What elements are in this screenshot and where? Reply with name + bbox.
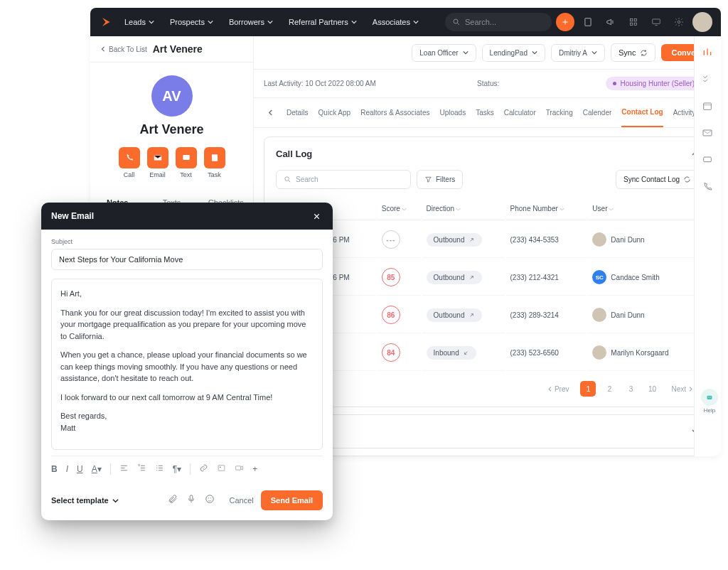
rail-chat-icon[interactable] [702, 154, 714, 167]
cancel-button[interactable]: Cancel [229, 496, 253, 505]
tab-quickapp[interactable]: Quick App [318, 99, 351, 127]
add-button[interactable] [556, 13, 574, 31]
col-score[interactable]: Score [378, 198, 421, 220]
prev-page[interactable]: Prev [542, 382, 575, 397]
doc-icon[interactable] [579, 13, 597, 31]
gear-icon[interactable] [670, 13, 688, 31]
quick-call[interactable]: Call [119, 147, 140, 178]
link-button[interactable] [199, 463, 208, 475]
table-row[interactable]: 08/12/2024 02:16 PM85Outbound (233) 212-… [277, 259, 697, 296]
score-badge: 86 [382, 306, 400, 324]
col-user[interactable]: User [588, 198, 697, 220]
chevron-down-icon [592, 50, 597, 55]
sync-log-button[interactable]: Sync Contact Log [616, 170, 699, 189]
underline-button[interactable]: U [77, 464, 83, 474]
megaphone-icon[interactable] [601, 13, 620, 31]
detail-tabs: Details Quick App Realtors & Associates … [254, 98, 721, 128]
nav-prospects[interactable]: Prospects [164, 14, 219, 31]
sync-button[interactable]: Sync [611, 43, 655, 62]
refresh-icon [683, 176, 691, 183]
filters-button[interactable]: Filters [417, 170, 463, 189]
image-button[interactable] [217, 463, 226, 475]
tab-contact-log[interactable]: Contact Log [621, 98, 663, 127]
template-dropdown[interactable]: Select template [51, 496, 119, 505]
col-direction[interactable]: Direction [422, 198, 505, 220]
user-avatar[interactable] [692, 12, 712, 32]
tab-uploads[interactable]: Uploads [439, 99, 466, 127]
chevron-down-icon [532, 50, 537, 55]
video-button[interactable] [235, 463, 244, 475]
italic-button[interactable]: I [66, 464, 68, 474]
send-button[interactable]: Send Email [261, 490, 323, 510]
svg-point-22 [156, 466, 157, 466]
user-dropdown[interactable]: Dmitriy A [551, 44, 605, 62]
rail-check-icon[interactable] [702, 73, 714, 86]
table-row[interactable]: PM86Outbound (233) 289-3214Dani Dunn [277, 297, 697, 333]
loan-officer-dropdown[interactable]: Loan Officer [412, 44, 476, 62]
svg-rect-6 [653, 19, 660, 23]
nav-leads[interactable]: Leads [119, 14, 160, 31]
page-2[interactable]: 2 [601, 381, 617, 397]
paragraph-button[interactable]: ¶▾ [173, 464, 181, 474]
quick-text[interactable]: Text [176, 147, 197, 178]
rail-phone-icon[interactable] [702, 181, 714, 194]
table-search[interactable]: Search [276, 170, 411, 189]
tabs-scroll-left[interactable] [264, 107, 277, 119]
page-1[interactable]: 1 [580, 381, 596, 397]
tab-realtors[interactable]: Realtors & Associates [360, 99, 429, 127]
nav-associates[interactable]: Associates [367, 14, 424, 31]
nav-referral[interactable]: Referral Partners [283, 14, 363, 31]
page-last[interactable]: 10 [644, 381, 660, 397]
close-button[interactable] [310, 210, 323, 222]
more-format-button[interactable]: + [252, 464, 257, 474]
quick-email[interactable]: Email [147, 147, 168, 178]
svg-point-23 [156, 468, 157, 468]
back-link[interactable]: Back To List [100, 45, 147, 53]
svg-text:1: 1 [138, 464, 139, 467]
attach-button[interactable] [168, 494, 178, 507]
svg-point-24 [156, 470, 157, 470]
paperclip-icon [168, 494, 178, 504]
grid-icon[interactable] [624, 13, 643, 31]
svg-point-29 [206, 495, 214, 503]
ul-button[interactable] [155, 463, 164, 475]
monitor-icon[interactable] [647, 13, 665, 31]
table-row[interactable]: PM84Inbound (233) 523-6560Marilyn Korsga… [277, 335, 697, 371]
subject-input[interactable] [51, 249, 323, 270]
lending-dropdown[interactable]: LendingPad [482, 44, 545, 62]
color-button[interactable]: A▾ [92, 464, 102, 474]
svg-rect-10 [211, 154, 217, 161]
align-button[interactable] [119, 463, 129, 475]
svg-point-7 [678, 21, 680, 23]
tab-calendar[interactable]: Calender [583, 99, 612, 127]
col-phone[interactable]: Phone Number [506, 198, 587, 220]
tab-calculator[interactable]: Calculator [504, 99, 536, 127]
rail-chart-icon[interactable] [702, 46, 714, 59]
rail-mail-icon[interactable] [702, 127, 714, 140]
help-bubble[interactable]: Help [701, 389, 718, 414]
page-3[interactable]: 3 [623, 381, 638, 397]
svg-point-20 [710, 397, 711, 397]
svg-point-26 [220, 467, 221, 468]
svg-rect-1 [585, 18, 591, 26]
tab-tasks[interactable]: Tasks [476, 99, 494, 127]
mic-button[interactable] [186, 494, 196, 507]
nav-borrowers[interactable]: Borrowers [223, 14, 279, 31]
svg-point-31 [211, 498, 212, 498]
rail-calendar-icon[interactable] [702, 100, 714, 113]
direction-pill: Outbound [427, 308, 482, 322]
tab-tracking[interactable]: Tracking [546, 99, 573, 127]
emoji-button[interactable] [205, 494, 215, 507]
direction-pill: Outbound [427, 233, 482, 247]
direction-pill: Outbound [427, 271, 482, 284]
bold-button[interactable]: B [51, 464, 58, 474]
quick-task[interactable]: Task [204, 147, 225, 178]
subject-label: Subject [51, 238, 323, 245]
sort-icon [456, 207, 461, 212]
contact-name-header: Art Venere [153, 43, 203, 55]
table-row[interactable]: 08/12/2024 02:16 PM---Outbound (233) 434… [277, 222, 697, 258]
email-body[interactable]: Hi Art, Thank you for our great discussi… [51, 279, 323, 450]
tab-details[interactable]: Details [287, 99, 309, 127]
ol-button[interactable]: 1 [137, 463, 146, 475]
global-search[interactable]: Search... [445, 13, 552, 31]
